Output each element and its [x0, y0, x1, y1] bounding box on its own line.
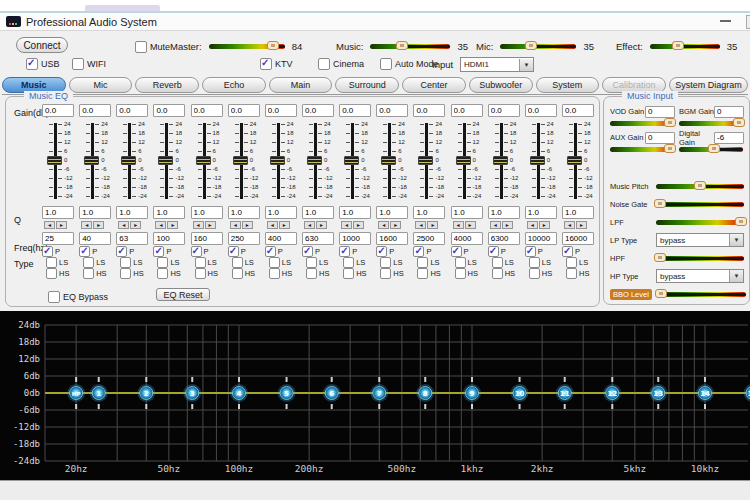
q-spin-left-icon[interactable]: ◂ — [304, 221, 315, 229]
q-input-band-10[interactable] — [376, 206, 408, 219]
type-p-band-11[interactable]: P — [413, 247, 431, 256]
type-p-band-5[interactable]: P — [191, 247, 209, 256]
type-hs-band-5[interactable]: HS — [195, 269, 218, 278]
q-input-band-15[interactable] — [562, 206, 594, 219]
q-spin-right-icon[interactable]: ▸ — [56, 221, 67, 229]
q-spin-left-icon[interactable]: ◂ — [564, 221, 575, 229]
gain-input-band-2[interactable] — [79, 104, 111, 117]
q-input-band-5[interactable] — [191, 206, 223, 219]
type-p-checkbox-band-11[interactable] — [413, 246, 424, 257]
gain-input-band-9[interactable] — [339, 104, 371, 117]
freq-input-band-11[interactable] — [413, 232, 445, 245]
hpf-slider-handle[interactable] — [654, 253, 666, 262]
type-p-checkbox-band-1[interactable] — [42, 246, 53, 257]
gain-slider-band-12[interactable]: 24181260-6-12-18-24 — [451, 122, 487, 202]
freq-input-band-9[interactable] — [339, 232, 371, 245]
gain-input-band-14[interactable] — [525, 104, 557, 117]
gain-slider-band-6[interactable]: 24181260-6-12-18-24 — [228, 122, 264, 202]
type-hs-band-3[interactable]: HS — [120, 269, 143, 278]
type-hs-band-11[interactable]: HS — [417, 269, 440, 278]
gain-slider-band-3[interactable]: 24181260-6-12-18-24 — [116, 122, 152, 202]
type-ls-band-15[interactable]: LS — [566, 258, 588, 267]
tab-echo[interactable]: Echo — [202, 77, 266, 93]
mute-checkbox[interactable]: Mute — [135, 41, 170, 53]
gain-input-band-12[interactable] — [451, 104, 483, 117]
type-hs-checkbox-band-1[interactable] — [46, 268, 57, 279]
gain-slider-handle-band-15[interactable] — [567, 156, 582, 165]
wifi-checkbox[interactable]: WIFI — [72, 58, 106, 70]
digital-gain-input[interactable] — [714, 132, 744, 144]
q-input-band-7[interactable] — [265, 206, 297, 219]
noise-gate-slider[interactable] — [656, 202, 744, 207]
mic-slider[interactable] — [500, 44, 576, 49]
digital-gain-slider[interactable] — [679, 147, 743, 152]
type-p-band-1[interactable]: P — [42, 247, 60, 256]
q-spin-left-icon[interactable]: ◂ — [155, 221, 166, 229]
type-p-band-6[interactable]: P — [228, 247, 246, 256]
mute-checkbox-box[interactable] — [135, 41, 147, 53]
type-hs-band-13[interactable]: HS — [492, 269, 515, 278]
gain-input-band-11[interactable] — [413, 104, 445, 117]
ktv-checkbox[interactable]: KTV — [260, 58, 293, 70]
hp-type-select[interactable]: bypass▼ — [656, 269, 744, 283]
gain-slider-band-13[interactable]: 24181260-6-12-18-24 — [488, 122, 524, 202]
type-ls-band-4[interactable]: LS — [157, 258, 179, 267]
gain-input-band-4[interactable] — [153, 104, 185, 117]
gain-slider-handle-band-8[interactable] — [307, 156, 322, 165]
q-spin-left-icon[interactable]: ◂ — [118, 221, 129, 229]
type-hs-band-4[interactable]: HS — [157, 269, 180, 278]
gain-slider-band-4[interactable]: 24181260-6-12-18-24 — [153, 122, 189, 202]
usb-checkbox[interactable]: USB — [26, 58, 60, 70]
type-hs-checkbox-band-4[interactable] — [157, 268, 168, 279]
q-spin-right-icon[interactable]: ▸ — [316, 221, 327, 229]
type-p-checkbox-band-14[interactable] — [525, 246, 536, 257]
type-hs-band-1[interactable]: HS — [46, 269, 69, 278]
aux-gain-slider[interactable] — [610, 147, 674, 152]
freq-input-band-13[interactable] — [488, 232, 520, 245]
type-ls-checkbox-band-9[interactable] — [343, 257, 354, 268]
bbo-level-slider-handle[interactable] — [655, 289, 667, 298]
q-input-band-3[interactable] — [116, 206, 148, 219]
gain-slider-handle-band-3[interactable] — [121, 156, 136, 165]
gain-slider-handle-band-1[interactable] — [47, 156, 62, 165]
type-hs-checkbox-band-11[interactable] — [417, 268, 428, 279]
gain-input-band-10[interactable] — [376, 104, 408, 117]
type-ls-checkbox-band-11[interactable] — [417, 257, 428, 268]
type-p-band-3[interactable]: P — [116, 247, 134, 256]
type-p-checkbox-band-5[interactable] — [191, 246, 202, 257]
type-p-checkbox-band-15[interactable] — [562, 246, 573, 257]
type-ls-checkbox-band-5[interactable] — [195, 257, 206, 268]
type-hs-band-9[interactable]: HS — [343, 269, 366, 278]
chevron-down-icon[interactable]: ▼ — [729, 234, 743, 246]
type-hs-band-8[interactable]: HS — [306, 269, 329, 278]
gain-slider-band-7[interactable]: 24181260-6-12-18-24 — [265, 122, 301, 202]
type-ls-checkbox-band-1[interactable] — [46, 257, 57, 268]
q-input-band-14[interactable] — [525, 206, 557, 219]
q-spin-right-icon[interactable]: ▸ — [279, 221, 290, 229]
type-ls-band-9[interactable]: LS — [343, 258, 365, 267]
q-input-band-1[interactable] — [42, 206, 74, 219]
effect-slider[interactable] — [650, 44, 720, 49]
q-spin-left-icon[interactable]: ◂ — [415, 221, 426, 229]
freq-input-band-1[interactable] — [42, 232, 74, 245]
type-p-band-12[interactable]: P — [451, 247, 469, 256]
gain-input-band-13[interactable] — [488, 104, 520, 117]
q-spin-right-icon[interactable]: ▸ — [465, 221, 476, 229]
gain-slider-band-9[interactable]: 24181260-6-12-18-24 — [339, 122, 375, 202]
freq-input-band-12[interactable] — [451, 232, 483, 245]
gain-slider-handle-band-2[interactable] — [84, 156, 99, 165]
tab-reverb[interactable]: Reverb — [135, 77, 199, 93]
type-ls-checkbox-band-13[interactable] — [492, 257, 503, 268]
type-hs-band-6[interactable]: HS — [232, 269, 255, 278]
q-input-band-4[interactable] — [153, 206, 185, 219]
type-p-band-9[interactable]: P — [339, 247, 357, 256]
type-p-checkbox-band-9[interactable] — [339, 246, 350, 257]
auto-mode-checkbox-box[interactable] — [380, 58, 392, 70]
lpf-slider[interactable] — [656, 220, 744, 225]
bgm-gain-input[interactable] — [714, 106, 744, 118]
type-ls-band-5[interactable]: LS — [195, 258, 217, 267]
q-input-band-13[interactable] — [488, 206, 520, 219]
connect-button[interactable]: Connect — [16, 37, 68, 53]
q-input-band-8[interactable] — [302, 206, 334, 219]
q-spin-right-icon[interactable]: ▸ — [576, 221, 587, 229]
